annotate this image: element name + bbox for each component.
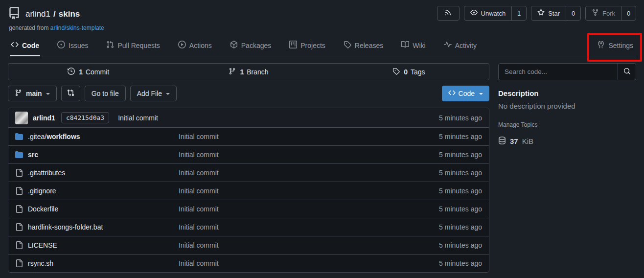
commit-message-link[interactable]: Initial commit [118, 114, 158, 122]
main-content: 1 Commit 1 Branch 0 Tags main [0, 56, 644, 273]
generated-from-line: generated from arlind/skins-template [9, 24, 636, 31]
pull-request-icon [106, 41, 114, 50]
tag-icon [392, 68, 401, 76]
repo-owner-link[interactable]: arlind1 [25, 9, 50, 19]
unwatch-button[interactable]: Unwatch [464, 6, 512, 20]
tab-wiki[interactable]: Wiki [400, 36, 426, 56]
watchers-count[interactable]: 1 [511, 6, 526, 20]
row-commit-message[interactable]: Initial commit [179, 205, 439, 213]
nav-spacer [494, 36, 580, 56]
file-name-link[interactable]: rsync.sh [28, 259, 53, 267]
file-name-link[interactable]: Dockerfile [28, 205, 58, 213]
table-row: .gitattributes Initial commit 5 minutes … [8, 163, 489, 182]
file-name-link[interactable]: hardlink-songs-folder.bat [28, 223, 103, 231]
commit-hash-link[interactable]: c84215d0a3 [61, 112, 109, 123]
file-name-link[interactable]: .gitignore [28, 187, 56, 195]
star-button[interactable]: Star [531, 6, 566, 20]
file-icon [15, 205, 23, 213]
search-button[interactable] [618, 64, 636, 80]
file-icon [15, 259, 23, 267]
branches-count-link[interactable]: 1 Branch [168, 64, 328, 80]
book-icon [401, 41, 409, 50]
row-commit-message[interactable]: Initial commit [179, 151, 439, 159]
tab-actions[interactable]: Actions [177, 36, 213, 56]
rss-button[interactable] [437, 6, 460, 21]
fork-label: Fork [602, 10, 615, 17]
forks-count[interactable]: 0 [621, 6, 636, 20]
row-time: 5 minutes ago [439, 205, 489, 213]
compare-branches-button[interactable] [61, 86, 80, 101]
chevron-down-icon [166, 93, 170, 95]
file-icon [15, 241, 23, 249]
file-name-link[interactable]: LICENSE [28, 241, 57, 249]
pulse-icon [444, 41, 452, 50]
tab-pull-requests[interactable]: Pull Requests [105, 36, 161, 56]
code-search-box [498, 63, 636, 80]
tab-settings[interactable]: Settings [596, 36, 634, 56]
commit-author-link[interactable]: arlind1 [33, 114, 55, 122]
tab-code[interactable]: Code [10, 36, 40, 56]
table-row: hardlink-songs-folder.bat Initial commit… [8, 218, 489, 236]
row-time: 5 minutes ago [439, 223, 489, 231]
star-button-group: Star 0 [531, 6, 581, 21]
fork-icon [592, 9, 599, 18]
row-commit-message[interactable]: Initial commit [179, 259, 439, 267]
history-icon [68, 68, 76, 76]
repo-nav-tabs: Code Issues Pull Requests Actions Packag… [8, 36, 636, 56]
wrench-icon [597, 41, 605, 50]
star-icon [537, 9, 545, 18]
description-text: No description provided [498, 102, 636, 110]
go-to-file-button[interactable]: Go to file [85, 86, 126, 101]
repo-separator: / [53, 9, 56, 19]
tab-packages[interactable]: Packages [229, 36, 272, 56]
code-icon [448, 89, 456, 98]
row-time: 5 minutes ago [439, 241, 489, 249]
row-commit-message[interactable]: Initial commit [179, 187, 439, 195]
add-file-dropdown[interactable]: Add File [130, 86, 177, 101]
tab-releases[interactable]: Releases [343, 36, 384, 56]
row-commit-message[interactable]: Initial commit [179, 133, 439, 140]
template-repo-link[interactable]: arlind/skins-template [50, 24, 104, 31]
code-icon [11, 41, 19, 50]
tags-count-link[interactable]: 0 Tags [329, 64, 489, 80]
branch-selector[interactable]: main [8, 86, 57, 101]
project-board-icon [289, 41, 297, 50]
avatar[interactable] [15, 112, 28, 124]
search-icon [623, 68, 631, 76]
repo-header: arlind1/skins Unwatch 1 Star 0 [0, 0, 644, 56]
branch-icon [15, 89, 22, 98]
code-download-dropdown[interactable]: Code [442, 86, 489, 101]
database-icon [498, 137, 506, 146]
fork-button[interactable]: Fork [586, 6, 621, 20]
file-name-link[interactable]: .gitea/workflows [28, 133, 80, 140]
manage-topics-link[interactable]: Manage Topics [498, 121, 538, 128]
fork-button-group: Fork 0 [585, 6, 636, 21]
search-input[interactable] [499, 64, 618, 80]
tab-issues[interactable]: Issues [56, 36, 89, 56]
repo-counts-bar: 1 Commit 1 Branch 0 Tags [8, 63, 489, 80]
stars-count[interactable]: 0 [566, 6, 580, 20]
chevron-down-icon [46, 93, 50, 95]
description-heading: Description [498, 89, 636, 97]
rss-icon [444, 9, 452, 18]
row-commit-message[interactable]: Initial commit [179, 169, 439, 177]
tab-activity[interactable]: Activity [443, 36, 478, 56]
commits-count-link[interactable]: 1 Commit [8, 64, 168, 80]
watch-button-group: Unwatch 1 [464, 6, 527, 21]
file-icon [15, 223, 23, 231]
row-commit-message[interactable]: Initial commit [179, 223, 439, 231]
file-name-link[interactable]: src [28, 151, 38, 159]
star-label: Star [548, 10, 560, 17]
table-row: .gitea/workflows Initial commit 5 minute… [8, 127, 489, 145]
package-icon [230, 41, 238, 50]
generated-from-label: generated from [9, 24, 48, 31]
file-icon [15, 169, 23, 177]
tab-projects[interactable]: Projects [288, 36, 326, 56]
repo-name-link[interactable]: skins [59, 9, 80, 19]
file-name-link[interactable]: .gitattributes [28, 169, 65, 177]
repo-size-value: 37 [510, 137, 518, 145]
row-commit-message[interactable]: Initial commit [179, 241, 439, 249]
table-row: LICENSE Initial commit 5 minutes ago [8, 236, 489, 254]
repo-size-unit: KiB [522, 137, 533, 145]
repo-title: arlind1/skins [8, 6, 80, 21]
